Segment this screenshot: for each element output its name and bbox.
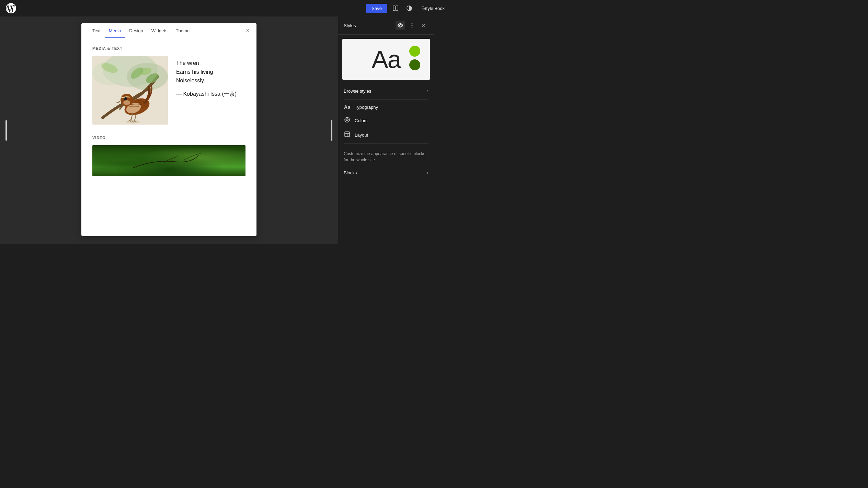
style-book-panel: Text Media Design Widgets Theme × bbox=[81, 23, 256, 236]
svg-point-37 bbox=[412, 27, 413, 28]
video-placeholder bbox=[92, 145, 245, 176]
styles-panel-title: Styles bbox=[344, 23, 393, 28]
wordpress-logo[interactable] bbox=[5, 3, 16, 14]
poem-content: The wren Earns his living Noiselessly. —… bbox=[176, 56, 245, 98]
close-styles-button[interactable] bbox=[419, 21, 429, 30]
svg-point-33 bbox=[126, 120, 140, 124]
svg-rect-1 bbox=[393, 6, 395, 11]
styles-header-icons bbox=[396, 21, 429, 30]
colors-icon bbox=[344, 117, 351, 124]
main-area: Text Media Design Widgets Theme × bbox=[0, 16, 434, 244]
poem-attribution: — Kobayashi Issa (一茶) bbox=[176, 91, 245, 98]
wren-image bbox=[92, 56, 168, 125]
svg-point-35 bbox=[412, 23, 413, 24]
canvas-area: Text Media Design Widgets Theme × bbox=[0, 16, 338, 244]
browse-styles-row[interactable]: Browse styles › bbox=[338, 84, 434, 98]
tab-design[interactable]: Design bbox=[125, 23, 147, 38]
poem-line-1: The wren bbox=[176, 59, 245, 68]
media-text-section: MEDIA & TEXT bbox=[92, 46, 245, 125]
video-section: VIDEO bbox=[92, 136, 245, 176]
panel-divider-2 bbox=[344, 143, 429, 144]
styles-header: Styles bbox=[338, 16, 434, 35]
layout-icon bbox=[344, 131, 351, 139]
top-bar-right: Save bbox=[366, 3, 429, 14]
poem-line-2: Earns his living bbox=[176, 68, 245, 77]
blocks-row[interactable]: Blocks › bbox=[338, 166, 434, 179]
scroll-handle-left[interactable] bbox=[5, 120, 7, 141]
panel-divider-1 bbox=[344, 99, 429, 100]
tab-theme[interactable]: Theme bbox=[172, 23, 194, 38]
svg-point-24 bbox=[123, 100, 130, 105]
svg-point-23 bbox=[124, 97, 125, 98]
media-text-block: The wren Earns his living Noiselessly. —… bbox=[92, 56, 245, 125]
colors-menu-item[interactable]: Colors bbox=[338, 113, 434, 128]
scroll-handle-right[interactable] bbox=[331, 120, 332, 141]
svg-point-34 bbox=[400, 25, 401, 26]
styles-panel: Styles bbox=[338, 16, 434, 244]
typography-menu-item[interactable]: Aa Typography bbox=[338, 101, 434, 113]
browse-styles-label: Browse styles bbox=[344, 89, 371, 94]
blocks-chevron-icon: › bbox=[427, 170, 429, 175]
top-bar-left bbox=[5, 3, 16, 14]
browse-styles-chevron-icon: › bbox=[427, 88, 429, 94]
tab-widgets[interactable]: Widgets bbox=[147, 23, 172, 38]
customize-description: Customize the appearance of specific blo… bbox=[338, 145, 434, 166]
media-text-label: MEDIA & TEXT bbox=[92, 46, 245, 50]
preview-typography: Aa bbox=[372, 47, 400, 72]
content-area: MEDIA & TEXT bbox=[81, 38, 256, 184]
poem-line-3: Noiselessly. bbox=[176, 76, 245, 85]
eye-icon-button[interactable] bbox=[396, 21, 405, 30]
blocks-label: Blocks bbox=[344, 170, 357, 175]
close-button[interactable]: × bbox=[246, 27, 250, 34]
layout-toggle-button[interactable] bbox=[390, 3, 401, 14]
video-label: VIDEO bbox=[92, 136, 245, 140]
tabs-bar: Text Media Design Widgets Theme × bbox=[81, 23, 256, 38]
save-button[interactable]: Save bbox=[366, 4, 387, 13]
colors-label: Colors bbox=[355, 118, 368, 123]
layout-label: Layout bbox=[355, 132, 368, 138]
page-title: Style Book bbox=[423, 6, 434, 11]
layout-menu-item[interactable]: Layout bbox=[338, 128, 434, 142]
tab-media[interactable]: Media bbox=[105, 23, 125, 38]
typography-icon: Aa bbox=[344, 104, 351, 110]
preview-color-light-green bbox=[409, 46, 420, 57]
preview-color-dark-green bbox=[409, 59, 420, 70]
svg-rect-2 bbox=[396, 6, 398, 11]
tab-text[interactable]: Text bbox=[88, 23, 105, 38]
svg-point-36 bbox=[412, 25, 413, 26]
wren-illustration bbox=[92, 56, 168, 125]
video-bg bbox=[92, 145, 245, 176]
kebab-menu-button[interactable] bbox=[407, 21, 417, 30]
style-preview-card: Aa bbox=[342, 39, 430, 80]
top-bar: Style Book Save bbox=[0, 0, 434, 16]
typography-label: Typography bbox=[355, 105, 378, 110]
contrast-toggle-button[interactable] bbox=[404, 3, 415, 14]
